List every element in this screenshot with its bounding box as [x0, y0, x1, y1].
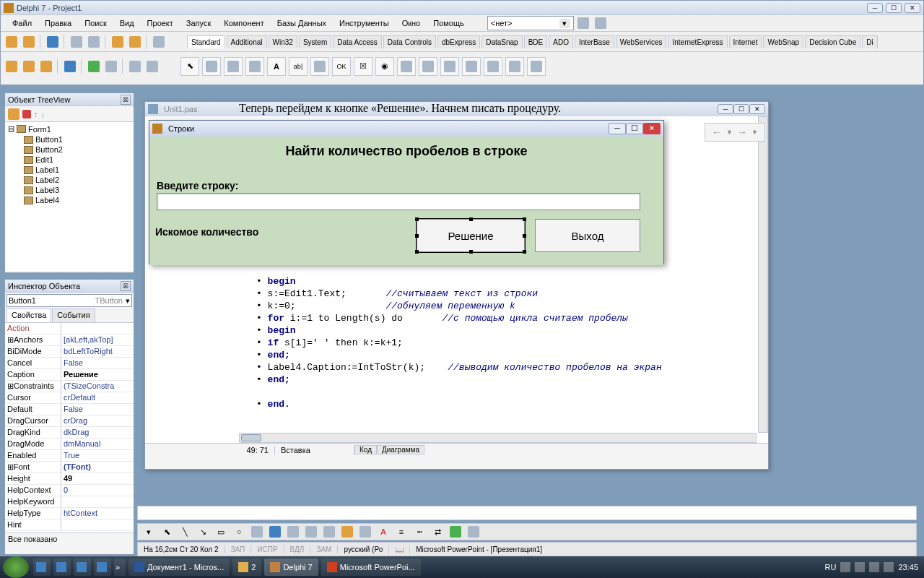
- maximize-button[interactable]: ☐: [733, 104, 749, 114]
- tool-button[interactable]: [69, 34, 84, 50]
- fillcolor-tool[interactable]: [339, 524, 355, 540]
- minimize-button[interactable]: ─: [867, 3, 883, 13]
- run-button[interactable]: [86, 59, 102, 74]
- property-row[interactable]: EnabledTrue: [5, 450, 134, 462]
- down-icon[interactable]: ↓: [41, 110, 45, 118]
- quicklaunch-more[interactable]: »: [114, 558, 126, 576]
- fontcolor-tool[interactable]: A: [375, 524, 391, 540]
- open-button[interactable]: [21, 34, 37, 50]
- form-titlebar[interactable]: Строки ─ ☐ ×: [149, 121, 663, 137]
- palette-tab[interactable]: Decision Cube: [805, 35, 860, 48]
- menu-edit[interactable]: Правка: [39, 17, 77, 29]
- input-language[interactable]: RU: [825, 563, 837, 571]
- property-row[interactable]: ⊞Font(TFont): [5, 462, 134, 473]
- tool-button[interactable]: [151, 34, 167, 50]
- radiobutton-component[interactable]: ◉: [375, 57, 394, 76]
- tree-node-form[interactable]: ⊟Form1: [6, 124, 132, 134]
- close-button[interactable]: ✕: [749, 104, 765, 114]
- tab-code[interactable]: Код: [354, 445, 377, 454]
- result-label[interactable]: Искомое количество: [155, 226, 258, 238]
- close-icon[interactable]: ☒: [121, 95, 131, 105]
- menu-file[interactable]: Файл: [6, 17, 38, 29]
- palette-tab[interactable]: Additional: [227, 35, 267, 48]
- close-button[interactable]: ×: [643, 123, 661, 134]
- volume-icon[interactable]: [884, 562, 894, 572]
- 3d-tool[interactable]: [466, 524, 481, 540]
- select-tool[interactable]: ⬉: [159, 524, 175, 540]
- menu-help[interactable]: Помощь: [427, 17, 470, 29]
- clipart-tool[interactable]: [303, 524, 319, 540]
- shadow-tool[interactable]: [448, 524, 463, 540]
- arrowstyle-tool[interactable]: ⇄: [430, 524, 445, 540]
- property-row[interactable]: HelpKeyword: [5, 496, 134, 508]
- tool-button[interactable]: [21, 59, 37, 74]
- taskbar-item[interactable]: Microsoft PowerPoi...: [321, 558, 421, 576]
- vertical-scrollbar[interactable]: [758, 116, 768, 433]
- property-row[interactable]: DragCursorcrDrag: [5, 415, 134, 427]
- linecolor-tool[interactable]: [357, 524, 373, 540]
- property-row[interactable]: BiDiModebdLeftToRight: [5, 346, 134, 358]
- tree-node[interactable]: Label4: [6, 195, 132, 205]
- tab-properties[interactable]: Свойства: [6, 309, 51, 322]
- property-row[interactable]: ⊞Constraints(TSizeConstra: [5, 381, 134, 392]
- palette-tab[interactable]: Internet: [729, 35, 762, 48]
- panel-component[interactable]: [505, 57, 524, 76]
- palette-tab[interactable]: DataSnap: [481, 35, 522, 48]
- property-row[interactable]: HelpTypehtContext: [5, 508, 134, 519]
- clock[interactable]: 23:45: [898, 563, 918, 571]
- tree-node[interactable]: Label3: [6, 185, 132, 195]
- property-row[interactable]: Hint: [5, 519, 134, 531]
- diagram-tool[interactable]: [285, 524, 301, 540]
- menu-view[interactable]: Вид: [114, 17, 140, 29]
- palette-tab[interactable]: Data Controls: [383, 35, 436, 48]
- popupmenu-component[interactable]: [245, 57, 264, 76]
- lineweight-tool[interactable]: ≡: [393, 524, 409, 540]
- horizontal-scrollbar[interactable]: [239, 433, 757, 443]
- property-row[interactable]: Height49: [5, 473, 134, 485]
- picture-tool[interactable]: [321, 524, 337, 540]
- radiogroup-component[interactable]: [484, 57, 502, 76]
- property-row[interactable]: CancelFalse: [5, 358, 134, 369]
- quicklaunch-ie[interactable]: [33, 558, 51, 576]
- tree-node[interactable]: Label1: [6, 165, 132, 175]
- tool-icon[interactable]: [8, 108, 19, 120]
- menu-run[interactable]: Запуск: [180, 17, 217, 29]
- tree-node[interactable]: Button2: [6, 144, 132, 155]
- treeview-title[interactable]: Объект TreeView ☒: [5, 93, 134, 106]
- tab-events[interactable]: События: [52, 309, 95, 322]
- property-row[interactable]: CaptionРешение: [5, 369, 134, 381]
- close-button[interactable]: ✕: [905, 3, 920, 13]
- quicklaunch-desktop[interactable]: [53, 558, 71, 576]
- tab-diagram[interactable]: Диаграмма: [377, 445, 424, 454]
- property-row[interactable]: CursorcrDefault: [5, 392, 134, 404]
- tool-button[interactable]: [144, 59, 160, 74]
- maximize-button[interactable]: ☐: [886, 3, 902, 13]
- dashstyle-tool[interactable]: ┅: [411, 524, 427, 540]
- palette-tab[interactable]: BDE: [524, 35, 548, 48]
- property-row[interactable]: ⊞Anchors[akLeft,akTop]: [5, 335, 134, 346]
- property-row[interactable]: DragModedmManual: [5, 439, 134, 450]
- taskbar-item[interactable]: 2: [232, 558, 261, 576]
- tray-icon[interactable]: [869, 562, 879, 572]
- taskbar-item[interactable]: Документ1 - Micros...: [128, 558, 230, 576]
- status-language[interactable]: русский (Ро: [338, 545, 389, 553]
- menu-search[interactable]: Поиск: [79, 17, 112, 29]
- minimize-button[interactable]: ─: [718, 104, 733, 114]
- wordart-tool[interactable]: [267, 524, 283, 540]
- mainmenu-component[interactable]: [224, 57, 243, 76]
- scrollbar-component[interactable]: [440, 57, 459, 76]
- chevron-down-icon[interactable]: ▼: [726, 129, 733, 136]
- close-icon[interactable]: ☒: [121, 281, 131, 291]
- palette-tab[interactable]: WebServices: [616, 35, 667, 48]
- minimize-button[interactable]: ─: [609, 123, 626, 134]
- menu-database[interactable]: Базы Данных: [271, 17, 332, 29]
- label-component[interactable]: A: [267, 57, 286, 76]
- palette-tab[interactable]: InternetExpress: [668, 35, 727, 48]
- draw-menu[interactable]: ▾: [141, 524, 157, 540]
- form-heading-label[interactable]: Найти количество пробелов в строке: [154, 144, 659, 159]
- pause-button[interactable]: [103, 59, 119, 74]
- new-button[interactable]: [4, 34, 19, 50]
- nav-back-icon[interactable]: ←: [712, 126, 722, 138]
- tray-icon[interactable]: [855, 562, 865, 572]
- tree-node[interactable]: Button1: [6, 134, 132, 144]
